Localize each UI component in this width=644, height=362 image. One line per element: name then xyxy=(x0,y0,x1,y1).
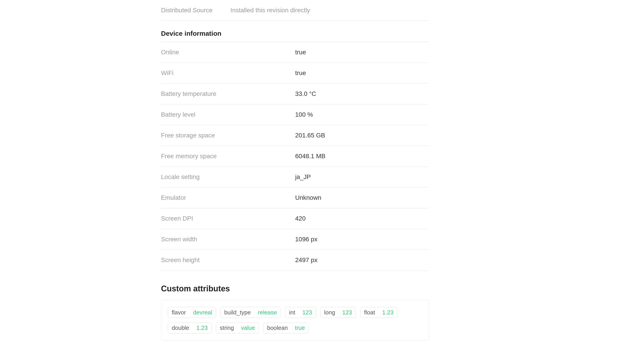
info-label: WiFi xyxy=(161,69,295,77)
info-row: Free storage space201.65 GB xyxy=(161,125,429,146)
info-label: Battery temperature xyxy=(161,90,295,97)
attribute-tag-key: double xyxy=(168,323,193,333)
distributed-source-label: Distributed Source xyxy=(161,7,212,14)
info-value: 1096 px xyxy=(295,236,429,243)
distributed-source-row: Distributed Source Installed this revisi… xyxy=(161,0,429,21)
attribute-tag-value: value xyxy=(238,323,258,333)
info-label: Screen height xyxy=(161,257,295,264)
info-row: Battery level100 % xyxy=(161,104,429,125)
custom-attributes-title: Custom attributes xyxy=(161,284,429,293)
info-label: Screen DPI xyxy=(161,215,295,222)
info-label: Battery level xyxy=(161,111,295,118)
attribute-tag-value: true xyxy=(291,323,308,333)
info-row: Onlinetrue xyxy=(161,42,429,63)
content-area: Distributed Source Installed this revisi… xyxy=(152,0,438,340)
info-value: ja_JP xyxy=(295,173,429,181)
distributed-source-value: Installed this revision directly xyxy=(230,7,310,14)
attribute-tag-key: boolean xyxy=(264,323,291,333)
attribute-tag: flavordevreal xyxy=(168,307,216,318)
attribute-tag: stringvalue xyxy=(216,323,259,334)
info-value: true xyxy=(295,49,429,56)
attribute-tag-key: int xyxy=(286,307,299,318)
attribute-tag-key: string xyxy=(216,323,238,333)
info-value: Unknown xyxy=(295,194,429,201)
attribute-tag-value: 123 xyxy=(339,307,356,318)
page-container: Distributed Source Installed this revisi… xyxy=(0,0,644,362)
custom-attributes-section: Custom attributes flavordevrealbuild_typ… xyxy=(161,284,429,340)
attribute-tag: booleantrue xyxy=(263,323,308,334)
attribute-tag: build_typerelease xyxy=(220,307,281,318)
info-label: Emulator xyxy=(161,194,295,201)
attribute-tag-value: 1.23 xyxy=(378,307,397,318)
info-label: Screen width xyxy=(161,236,295,243)
info-label: Free memory space xyxy=(161,153,295,160)
attribute-tag: long123 xyxy=(320,307,356,318)
info-label: Online xyxy=(161,49,295,56)
info-row: Screen width1096 px xyxy=(161,229,429,250)
info-value: 420 xyxy=(295,215,429,222)
info-row: Battery temperature33.0 °C xyxy=(161,84,429,104)
info-value: 33.0 °C xyxy=(295,90,429,97)
info-value: 6048.1 MB xyxy=(295,153,429,160)
info-value: 201.65 GB xyxy=(295,132,429,139)
info-label: Free storage space xyxy=(161,132,295,139)
info-row: EmulatorUnknown xyxy=(161,187,429,208)
attribute-tag-value: 1.23 xyxy=(193,323,211,333)
device-info-table: OnlinetrueWiFitrueBattery temperature33.… xyxy=(161,42,429,271)
attribute-tag: float1.23 xyxy=(360,307,397,318)
info-row: Free memory space6048.1 MB xyxy=(161,146,429,167)
attribute-tag-key: flavor xyxy=(168,307,190,318)
device-information-title: Device information xyxy=(161,21,429,42)
info-row: WiFitrue xyxy=(161,63,429,84)
attributes-row: flavordevrealbuild_typereleaseint123long… xyxy=(161,300,429,340)
info-row: Screen height2497 px xyxy=(161,250,429,271)
attribute-tag: int123 xyxy=(285,307,316,318)
attribute-tag-value: 123 xyxy=(299,307,316,318)
info-value: true xyxy=(295,69,429,77)
info-row: Locale settingja_JP xyxy=(161,167,429,187)
info-value: 2497 px xyxy=(295,257,429,264)
attribute-tag-value: devreal xyxy=(190,307,216,318)
attribute-tag-key: long xyxy=(321,307,339,318)
info-value: 100 % xyxy=(295,111,429,118)
info-label: Locale setting xyxy=(161,173,295,181)
attribute-tag-key: build_type xyxy=(221,307,254,318)
info-row: Screen DPI420 xyxy=(161,208,429,229)
attribute-tag-value: release xyxy=(254,307,280,318)
attribute-tag-key: float xyxy=(360,307,378,318)
attribute-tag: double1.23 xyxy=(168,323,212,334)
